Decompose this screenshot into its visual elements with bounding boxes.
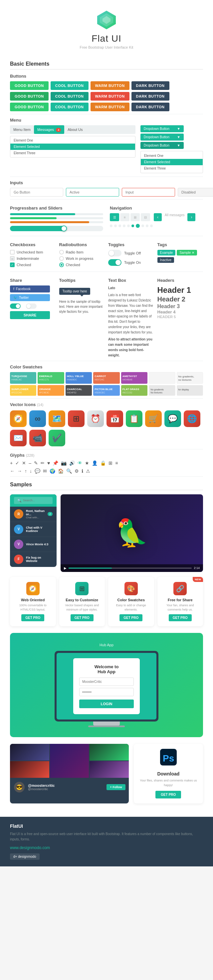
tag-sample[interactable]: Sample ✕: [177, 250, 197, 256]
share-button[interactable]: Share: [10, 311, 50, 319]
download-button[interactable]: Get Pro: [156, 791, 181, 799]
nav-pill-2[interactable]: ≡: [120, 213, 129, 221]
input-error[interactable]: [122, 188, 175, 197]
good-button-1[interactable]: Good Button: [10, 81, 49, 90]
radio-btn-1[interactable]: [59, 250, 64, 255]
checkbox-box-2[interactable]: –: [10, 256, 14, 261]
menu-list-item-3[interactable]: Element Three: [10, 150, 135, 156]
nav-pill-4[interactable]: ⊟: [141, 213, 150, 221]
dropdown-2[interactable]: Dropdown Button ▼: [140, 134, 184, 141]
vector-icons-title: Vector Icons (14): [10, 402, 203, 407]
checkbox-box-1[interactable]: [10, 250, 14, 255]
feature-btn-share[interactable]: Get Pro: [169, 614, 192, 621]
menu-item-about[interactable]: About Us: [64, 125, 86, 134]
radio-1[interactable]: Radio Item: [59, 250, 105, 255]
section-title-basic: Basic Elements: [10, 61, 203, 70]
chat-message-3[interactable]: V Vince Movie 4:3: [10, 537, 57, 552]
sub-item-2[interactable]: Element Selected: [141, 159, 203, 165]
dropdown-1[interactable]: Dropdown Button ▼: [140, 125, 184, 132]
menu-list-item-2[interactable]: Element Selected: [10, 143, 135, 150]
facebook-btn[interactable]: f Facebook: [10, 285, 50, 293]
input-go[interactable]: [10, 188, 63, 197]
dark-button-2[interactable]: Dark Button: [132, 92, 169, 100]
chat-message-2[interactable]: V Chat with V Kudinov: [10, 522, 57, 537]
menu-item-menuitem[interactable]: Menu Item: [10, 125, 34, 134]
chat-message-4[interactable]: F Fix bug on Website: [10, 552, 57, 567]
dark-button-3[interactable]: Dark Button: [132, 103, 169, 111]
dot-8[interactable]: [141, 224, 144, 227]
dropdown-3[interactable]: Dropdown Button ▼: [140, 142, 184, 149]
twitter-btn[interactable]: 🐦 Twitter: [10, 294, 50, 301]
radio-btn-2[interactable]: [59, 256, 64, 261]
cool-button-1[interactable]: Cool Button: [51, 81, 89, 90]
dot-7[interactable]: [136, 224, 140, 228]
dark-button-1[interactable]: Dark Button: [132, 81, 169, 90]
dot-5[interactable]: [127, 224, 130, 227]
nav-pill-3[interactable]: ⊞: [130, 213, 140, 221]
tooltip-box[interactable]: Tooltip over here: [59, 288, 91, 295]
login-button[interactable]: Login: [79, 700, 134, 708]
feature-btn-web[interactable]: Get Pro: [21, 614, 44, 621]
video-parrot: 🦜: [115, 517, 148, 549]
warm-button-2[interactable]: Warm Button: [91, 92, 129, 100]
textbox-content: Lato Lato is a free web font designed by…: [108, 285, 154, 358]
profile-name-area: @moostercritic @moostercritic: [28, 783, 55, 791]
cool-button-2[interactable]: Cool Button: [51, 92, 89, 100]
checkbox-box-3[interactable]: ✓: [10, 262, 14, 267]
sub-item-1[interactable]: Element One: [141, 153, 203, 159]
navigation-col: Navigation ☰ ≡ ⊞ ⊟ ‹ All messages ›: [110, 202, 203, 233]
feature-btn-customize[interactable]: Get Pro: [71, 614, 94, 621]
dot-2[interactable]: [114, 224, 117, 227]
progress-slider[interactable]: [10, 226, 103, 231]
dot-4[interactable]: [123, 224, 126, 227]
video-progress-bar[interactable]: [68, 568, 192, 569]
password-input[interactable]: [79, 688, 134, 696]
checkbox-checked[interactable]: ✓ Checked: [10, 262, 56, 267]
glyph-globe-sm: 🌍: [49, 468, 55, 474]
dot-10[interactable]: [150, 224, 153, 227]
swatch-display: for display: [177, 385, 203, 396]
dot-1[interactable]: [110, 224, 113, 227]
follow-button[interactable]: + Follow: [106, 784, 125, 790]
icon-globe: 🌐: [184, 410, 200, 427]
good-button-2[interactable]: Good Button: [10, 92, 49, 100]
menu-item-messages[interactable]: Messages 4: [34, 125, 64, 134]
input-active[interactable]: [66, 188, 119, 197]
sub-item-3[interactable]: Element Three: [141, 165, 203, 172]
nav-next[interactable]: ›: [188, 213, 196, 221]
tag-inactive[interactable]: Inactive: [157, 257, 174, 263]
feature-icon-customize: ⊞: [75, 582, 89, 595]
toggle-off-label: Toggle Off: [124, 251, 141, 255]
checkbox-indeterminate[interactable]: – Indeterminate: [10, 256, 56, 261]
nav-pill-1[interactable]: ☰: [110, 213, 119, 221]
feature-title-web: Web Oriented: [13, 598, 52, 602]
play-icon[interactable]: ▶: [64, 566, 67, 570]
radio-btn-3[interactable]: [59, 262, 64, 267]
dot-9[interactable]: [146, 224, 148, 227]
good-button-3[interactable]: Good Button: [10, 103, 49, 111]
chat-search-input[interactable]: [23, 499, 49, 502]
footer-social-btn[interactable]: d+ designmodo: [10, 853, 40, 860]
nav-prev[interactable]: ‹: [154, 213, 162, 221]
share-toggle-2[interactable]: [26, 304, 37, 309]
toggle-on[interactable]: [108, 259, 121, 266]
warm-button-1[interactable]: Warm Button: [91, 81, 129, 90]
feature-card-customize: ⊞ Easy to Customize Vector based shapes …: [59, 577, 105, 626]
toggle-off[interactable]: [108, 250, 121, 256]
dot-6[interactable]: [132, 224, 134, 227]
checkbox-unchecked[interactable]: Unchecked Item: [10, 250, 56, 255]
monitor-frame: Welcome toHub App Login: [55, 651, 158, 722]
chat-message-1[interactable]: R Root, Nathan or... Chat with... 2: [10, 507, 57, 522]
footer-link[interactable]: www.designmodo.com: [10, 845, 50, 850]
warm-button-3[interactable]: Warm Button: [91, 103, 129, 111]
radio-3[interactable]: Checked: [59, 262, 105, 267]
dot-3[interactable]: [119, 224, 121, 227]
username-input[interactable]: [79, 678, 134, 686]
menu-list-item-1[interactable]: Element One: [10, 137, 135, 143]
share-toggle[interactable]: [10, 304, 21, 309]
chat-search[interactable]: 🔍: [14, 497, 52, 504]
feature-btn-colors[interactable]: Get Pro: [119, 614, 142, 621]
tag-example[interactable]: Example: [157, 250, 176, 256]
radio-2[interactable]: Work in progress: [59, 256, 105, 261]
cool-button-3[interactable]: Cool Button: [51, 103, 89, 111]
